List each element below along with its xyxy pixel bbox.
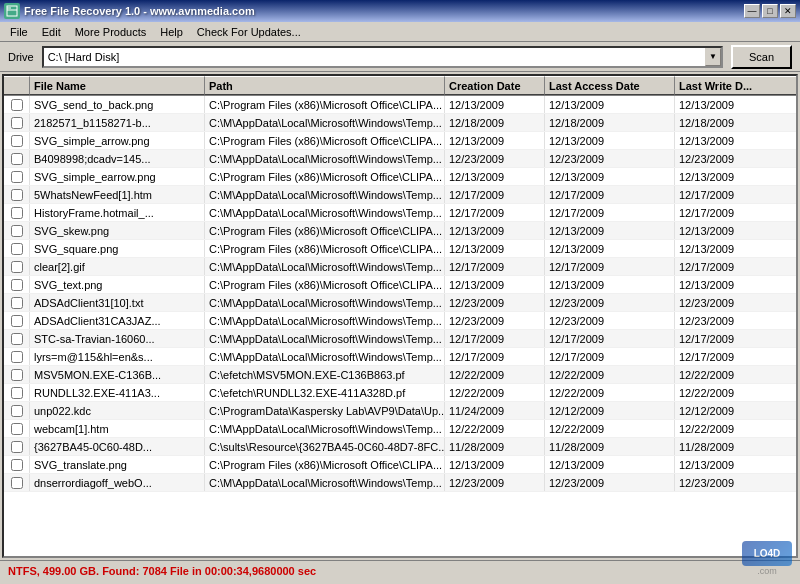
row-filename: SVG_simple_arrow.png [30, 132, 205, 149]
row-created: 12/13/2009 [445, 132, 545, 149]
menu-more-products[interactable]: More Products [69, 24, 153, 40]
row-checkbox-cell[interactable] [4, 294, 30, 311]
row-checkbox[interactable] [11, 441, 23, 453]
row-checkbox[interactable] [11, 351, 23, 363]
scan-button[interactable]: Scan [731, 45, 792, 69]
row-checkbox-cell[interactable] [4, 366, 30, 383]
row-accessed: 12/22/2009 [545, 384, 675, 401]
row-checkbox[interactable] [11, 117, 23, 129]
row-checkbox-cell[interactable] [4, 348, 30, 365]
row-checkbox[interactable] [11, 261, 23, 273]
menu-help[interactable]: Help [154, 24, 189, 40]
row-path: C:\M\AppData\Local\Microsoft\Windows\Tem… [205, 150, 445, 167]
table-row[interactable]: SVG_text.png C:\Program Files (x86)\Micr… [4, 276, 796, 294]
row-checkbox-cell[interactable] [4, 474, 30, 491]
drive-select[interactable]: C:\ [Hard Disk] [42, 46, 723, 68]
row-checkbox-cell[interactable] [4, 384, 30, 401]
row-checkbox[interactable] [11, 297, 23, 309]
row-modified: 12/17/2009 [675, 186, 796, 203]
table-row[interactable]: RUNDLL32.EXE-411A3... C:\efetch\RUNDLL32… [4, 384, 796, 402]
row-checkbox[interactable] [11, 135, 23, 147]
row-checkbox-cell[interactable] [4, 276, 30, 293]
table-row[interactable]: ADSAdClient31[10].txt C:\M\AppData\Local… [4, 294, 796, 312]
table-row[interactable]: SVG_send_to_back.png C:\Program Files (x… [4, 96, 796, 114]
table-row[interactable]: 5WhatsNewFeed[1].htm C:\M\AppData\Local\… [4, 186, 796, 204]
header-filename: File Name [30, 76, 205, 95]
row-checkbox-cell[interactable] [4, 258, 30, 275]
row-checkbox-cell[interactable] [4, 456, 30, 473]
row-checkbox-cell[interactable] [4, 420, 30, 437]
row-modified: 12/17/2009 [675, 258, 796, 275]
row-checkbox-cell[interactable] [4, 132, 30, 149]
row-checkbox-cell[interactable] [4, 114, 30, 131]
table-row[interactable]: SVG_skew.png C:\Program Files (x86)\Micr… [4, 222, 796, 240]
row-checkbox-cell[interactable] [4, 312, 30, 329]
table-row[interactable]: B4098998;dcadv=145... C:\M\AppData\Local… [4, 150, 796, 168]
row-checkbox-cell[interactable] [4, 402, 30, 419]
row-checkbox[interactable] [11, 423, 23, 435]
row-checkbox-cell[interactable] [4, 438, 30, 455]
table-row[interactable]: HistoryFrame.hotmail_... C:\M\AppData\Lo… [4, 204, 796, 222]
row-checkbox-cell[interactable] [4, 240, 30, 257]
row-checkbox[interactable] [11, 405, 23, 417]
row-checkbox-cell[interactable] [4, 96, 30, 113]
row-accessed: 12/17/2009 [545, 186, 675, 203]
minimize-button[interactable]: — [744, 4, 760, 18]
row-checkbox[interactable] [11, 153, 23, 165]
row-checkbox-cell[interactable] [4, 204, 30, 221]
row-checkbox[interactable] [11, 99, 23, 111]
menu-file[interactable]: File [4, 24, 34, 40]
row-modified: 12/22/2009 [675, 384, 796, 401]
title-bar: Free File Recovery 1.0 - www.avnmedia.co… [0, 0, 800, 22]
status-bar: NTFS, 499.00 GB. Found: 7084 File in 00:… [0, 560, 800, 580]
row-accessed: 12/13/2009 [545, 240, 675, 257]
row-checkbox[interactable] [11, 171, 23, 183]
row-checkbox-cell[interactable] [4, 330, 30, 347]
row-checkbox[interactable] [11, 459, 23, 471]
row-path: C:\Program Files (x86)\Microsoft Office\… [205, 132, 445, 149]
menu-check-updates[interactable]: Check For Updates... [191, 24, 307, 40]
row-path: C:\efetch\RUNDLL32.EXE-411A328D.pf [205, 384, 445, 401]
row-checkbox[interactable] [11, 225, 23, 237]
row-modified: 12/17/2009 [675, 204, 796, 221]
table-row[interactable]: ADSAdClient31CA3JAZ... C:\M\AppData\Loca… [4, 312, 796, 330]
row-checkbox-cell[interactable] [4, 168, 30, 185]
row-created: 12/17/2009 [445, 348, 545, 365]
table-row[interactable]: unp022.kdc C:\ProgramData\Kaspersky Lab\… [4, 402, 796, 420]
row-checkbox[interactable] [11, 387, 23, 399]
table-row[interactable]: {3627BA45-0C60-48D... C:\sults\Resource\… [4, 438, 796, 456]
table-row[interactable]: SVG_square.png C:\Program Files (x86)\Mi… [4, 240, 796, 258]
row-checkbox-cell[interactable] [4, 222, 30, 239]
row-created: 12/23/2009 [445, 150, 545, 167]
maximize-button[interactable]: □ [762, 4, 778, 18]
menu-edit[interactable]: Edit [36, 24, 67, 40]
table-row[interactable]: dnserrordiagoff_webO... C:\M\AppData\Loc… [4, 474, 796, 492]
row-checkbox[interactable] [11, 207, 23, 219]
row-path: C:\M\AppData\Local\Microsoft\Windows\Tem… [205, 294, 445, 311]
row-checkbox[interactable] [11, 333, 23, 345]
watermark-url: .com [757, 566, 777, 576]
table-row[interactable]: webcam[1].htm C:\M\AppData\Local\Microso… [4, 420, 796, 438]
row-checkbox[interactable] [11, 189, 23, 201]
row-modified: 12/22/2009 [675, 420, 796, 437]
table-row[interactable]: lyrs=m@115&hl=en&s... C:\M\AppData\Local… [4, 348, 796, 366]
table-row[interactable]: clear[2].gif C:\M\AppData\Local\Microsof… [4, 258, 796, 276]
row-created: 12/17/2009 [445, 204, 545, 221]
row-checkbox-cell[interactable] [4, 186, 30, 203]
row-checkbox[interactable] [11, 315, 23, 327]
row-checkbox-cell[interactable] [4, 150, 30, 167]
table-row[interactable]: SVG_translate.png C:\Program Files (x86)… [4, 456, 796, 474]
row-modified: 12/17/2009 [675, 348, 796, 365]
row-filename: SVG_send_to_back.png [30, 96, 205, 113]
table-row[interactable]: SVG_simple_arrow.png C:\Program Files (x… [4, 132, 796, 150]
row-checkbox[interactable] [11, 477, 23, 489]
table-row[interactable]: SVG_simple_earrow.png C:\Program Files (… [4, 168, 796, 186]
table-row[interactable]: MSV5MON.EXE-C136B... C:\efetch\MSV5MON.E… [4, 366, 796, 384]
row-accessed: 12/22/2009 [545, 420, 675, 437]
table-row[interactable]: 2182571_b1158271-b... C:\M\AppData\Local… [4, 114, 796, 132]
row-checkbox[interactable] [11, 243, 23, 255]
row-checkbox[interactable] [11, 279, 23, 291]
table-row[interactable]: STC-sa-Travian-16060... C:\M\AppData\Loc… [4, 330, 796, 348]
close-button[interactable]: ✕ [780, 4, 796, 18]
row-checkbox[interactable] [11, 369, 23, 381]
